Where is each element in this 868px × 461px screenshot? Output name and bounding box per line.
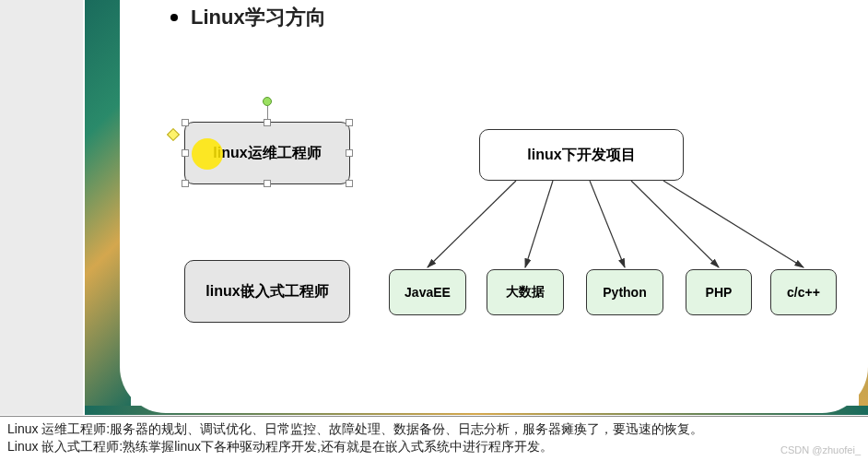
svg-line-2: [590, 181, 625, 267]
resize-handle-tl[interactable]: [182, 119, 189, 126]
child-label: Python: [603, 285, 646, 300]
child-box-python[interactable]: Python: [586, 269, 663, 315]
child-box-javaee[interactable]: JavaEE: [389, 269, 466, 315]
child-box-ccpp[interactable]: c/c++: [770, 269, 837, 315]
embedded-engineer-label: linux嵌入式工程师: [205, 282, 328, 301]
slide-canvas[interactable]: Linux学习方向 linux运维工程师 linux嵌入式工程师 linux下开…: [120, 0, 868, 413]
footer-notes: Linux 运维工程师:服务器的规划、调试优化、日常监控、故障处理、数据备份、日…: [0, 416, 868, 455]
dev-projects-box[interactable]: linux下开发项目: [479, 129, 684, 181]
rotate-connector: [267, 106, 268, 119]
child-label: JavaEE: [405, 285, 451, 300]
ops-engineer-label: linux运维工程师: [213, 144, 321, 163]
dev-projects-label: linux下开发项目: [527, 146, 635, 165]
svg-line-3: [631, 181, 719, 267]
child-label: PHP: [706, 285, 733, 300]
svg-line-0: [428, 181, 516, 267]
rotate-handle-icon[interactable]: [263, 97, 272, 106]
footer-line-1: Linux 运维工程师:服务器的规划、调试优化、日常监控、故障处理、数据备份、日…: [7, 420, 861, 438]
adjust-handle-icon[interactable]: [167, 128, 180, 141]
resize-handle-bl[interactable]: [182, 180, 189, 187]
resize-handle-tm[interactable]: [264, 119, 271, 126]
arrows-layer: [120, 0, 868, 413]
page-title: Linux学习方向: [191, 4, 326, 31]
child-label: 大数据: [506, 284, 545, 301]
resize-handle-bm[interactable]: [264, 180, 271, 187]
svg-line-1: [525, 181, 553, 267]
resize-handle-mr[interactable]: [346, 149, 353, 157]
svg-line-4: [663, 181, 803, 267]
watermark-text: CSDN @zhuofei_: [780, 444, 861, 455]
resize-handle-ml[interactable]: [182, 149, 189, 157]
child-box-php[interactable]: PHP: [686, 269, 752, 315]
left-sidebar-area: [0, 0, 83, 415]
bullet-icon: [170, 14, 178, 21]
footer-line-2: Linux 嵌入式工程师:熟练掌握linux下各种驱动程序开发,还有就是在嵌入式…: [7, 438, 861, 455]
cursor-highlight-icon: [192, 138, 223, 170]
child-box-bigdata[interactable]: 大数据: [487, 269, 564, 315]
embedded-engineer-box[interactable]: linux嵌入式工程师: [184, 260, 350, 323]
child-label: c/c++: [787, 285, 820, 300]
heading-row: Linux学习方向: [170, 4, 326, 31]
resize-handle-tr[interactable]: [346, 119, 353, 126]
resize-handle-br[interactable]: [346, 180, 353, 187]
